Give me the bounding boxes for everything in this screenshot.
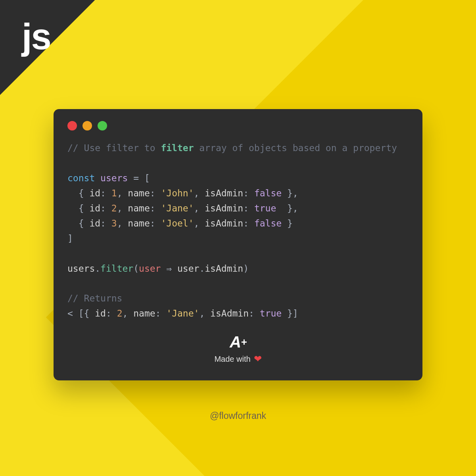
social-handle: @flowforfrank [0, 411, 476, 421]
footer-branding: A+ Made with ❤ [67, 333, 409, 365]
window-controls [67, 121, 409, 131]
code-block: // Use filter to filter array of objects… [67, 141, 409, 321]
aplus-logo: A+ [230, 333, 246, 351]
maximize-icon[interactable] [98, 121, 107, 131]
close-icon[interactable] [67, 121, 77, 131]
js-logo-text: js [22, 16, 51, 58]
keyword-const: const [67, 173, 95, 183]
code-comment: // Use filter to filter array of objects… [67, 143, 397, 153]
heart-icon: ❤ [254, 353, 262, 365]
code-comment-returns: // Returns [67, 293, 122, 303]
made-with-text: Made with ❤ [67, 353, 409, 365]
code-editor-window: // Use filter to filter array of objects… [54, 109, 422, 380]
minimize-icon[interactable] [83, 121, 92, 131]
method-filter: filter [100, 263, 133, 274]
variable-users: users [100, 173, 128, 183]
